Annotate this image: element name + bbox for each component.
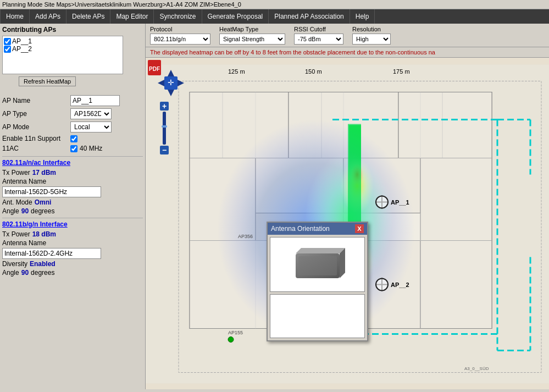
- ap-name-label: AP Name: [2, 97, 68, 104]
- contributing-aps-box: AP__1 AP__2: [2, 36, 123, 74]
- svg-text:PDF: PDF: [149, 66, 160, 72]
- angle1-label: Angle: [2, 207, 19, 215]
- angle2-unit: degrees: [31, 269, 54, 277]
- angle1-unit: degrees: [31, 207, 54, 215]
- tx-power2-label: Tx Power: [2, 230, 30, 238]
- tx-power1-label: Tx Power: [2, 169, 30, 176]
- title-bar: Planning Mode Site Maps>Universitaetskli…: [0, 0, 549, 9]
- zoom-in-button[interactable]: +: [160, 102, 169, 111]
- antenna-orientation-dialog: Antenna Orientation X: [267, 222, 368, 341]
- 11ac-checkbox[interactable]: [70, 145, 77, 152]
- enable-11n-checkbox[interactable]: [70, 135, 77, 142]
- svg-text:AP__1: AP__1: [391, 199, 409, 206]
- antenna-dialog-title-text: Antenna Orientation: [271, 225, 330, 233]
- main-layout: Contributing APs AP__1 AP__2 Refresh Hea…: [0, 24, 549, 389]
- interface1-row: 802.11a/n/ac Interface: [2, 159, 143, 167]
- svg-rect-15: [420, 241, 492, 329]
- svg-rect-65: [298, 256, 337, 275]
- menu-item-add-aps[interactable]: Add APs: [30, 9, 66, 24]
- antenna-name1-row: Antenna Name: [2, 178, 143, 185]
- interface2-label[interactable]: 802.11b/g/n Interface: [2, 220, 68, 228]
- svg-text:AP__2: AP__2: [391, 281, 409, 288]
- tx-power2-value: 18 dBm: [32, 230, 56, 238]
- resolution-select[interactable]: High Medium Low: [352, 34, 391, 45]
- protocol-select[interactable]: 802.11b/g/n 802.11a/n/ac: [150, 34, 210, 45]
- enable-11n-row: Enable 11n Support: [2, 135, 143, 142]
- antenna-name1-label: Antenna Name: [2, 178, 46, 185]
- antenna-dialog-body: [268, 235, 367, 340]
- ap-type-row: AP Type AP1562D: [2, 108, 143, 119]
- angle1-row: Angle 90 degrees: [2, 207, 143, 215]
- ap-type-label: AP Type: [2, 110, 68, 118]
- antenna-direction-area: [270, 294, 365, 338]
- antenna-dialog-close-button[interactable]: X: [355, 224, 364, 233]
- ap-type-select-wrapper: AP1562D: [70, 108, 112, 119]
- menu-item-help[interactable]: Help: [350, 9, 375, 24]
- tx-power1-row: Tx Power 17 dBm: [2, 169, 143, 176]
- heatmap-type-label: HeatMap Type: [219, 26, 285, 32]
- angle1-value: 90: [21, 207, 29, 215]
- map-controls: Protocol 802.11b/g/n 802.11a/n/ac HeatMa…: [146, 24, 549, 47]
- antenna-dialog-title-bar: Antenna Orientation X: [268, 223, 367, 235]
- interface2-row: 802.11b/g/n Interface: [2, 220, 143, 228]
- svg-text:125 m: 125 m: [228, 68, 245, 75]
- zoom-out-button[interactable]: −: [160, 146, 169, 154]
- rssi-cutoff-select[interactable]: -65 dBm -70 dBm -75 dBm -80 dBm: [294, 34, 343, 45]
- svg-point-47: [376, 279, 388, 291]
- ap-mode-label: AP Mode: [2, 123, 68, 131]
- angle2-label: Angle: [2, 269, 19, 277]
- svg-text:AP356: AP356: [238, 234, 253, 239]
- antenna-device-illustration: [285, 242, 351, 286]
- tx-power2-row: Tx Power 18 dBm: [2, 230, 143, 238]
- menu-bar: Home Add APs Delete APs Map Editor Synch…: [0, 9, 549, 24]
- antenna-name1-value-row: [2, 186, 143, 197]
- menu-item-map-editor[interactable]: Map Editor: [110, 9, 154, 24]
- menu-item-delete-aps[interactable]: Delete APs: [66, 9, 110, 24]
- ap-type-select[interactable]: AP1562D: [70, 108, 112, 119]
- ap-mode-row: AP Mode Local: [2, 122, 143, 132]
- ap-name-input[interactable]: [70, 95, 120, 106]
- menu-item-generate-proposal[interactable]: Generate Proposal: [202, 9, 269, 24]
- ap1-checkbox-row: AP__1: [4, 37, 121, 45]
- protocol-label: Protocol: [150, 26, 210, 32]
- resolution-select-wrapper: High Medium Low: [352, 34, 391, 45]
- protocol-select-wrapper: 802.11b/g/n 802.11a/n/ac: [150, 34, 210, 45]
- ant-mode-label: Ant. Mode: [2, 198, 32, 206]
- ap-name-row: AP Name: [2, 95, 143, 106]
- warning-text: The displayed heatmap can be off by 4 to…: [150, 48, 435, 57]
- angle2-value: 90: [21, 269, 29, 277]
- title-text: Planning Mode Site Maps>Universitaetskli…: [2, 1, 241, 8]
- diversity-row: Diversity Enabled: [2, 260, 143, 268]
- rssi-cutoff-group: RSSI Cutoff -65 dBm -70 dBm -75 dBm -80 …: [294, 26, 343, 45]
- interface1-label[interactable]: 802.11a/n/ac Interface: [2, 159, 70, 167]
- heatmap-type-select[interactable]: Signal Strength Data Rate SNR: [219, 34, 285, 45]
- svg-text:175 m: 175 m: [393, 68, 410, 75]
- 11ac-freq: 40 MHz: [80, 145, 102, 152]
- svg-text:150 m: 150 m: [305, 68, 322, 75]
- 11ac-row: 11AC 40 MHz: [2, 145, 143, 152]
- ap-mode-select[interactable]: Local: [70, 122, 112, 132]
- pdf-export-button[interactable]: PDF: [148, 60, 161, 78]
- menu-item-synchronize[interactable]: Synchronize: [154, 9, 202, 24]
- antenna-name2-value-row: [2, 248, 143, 259]
- left-panel: Contributing APs AP__1 AP__2 Refresh Hea…: [0, 24, 146, 389]
- ap1-checkbox[interactable]: [4, 38, 11, 45]
- heatmap-type-group: HeatMap Type Signal Strength Data Rate S…: [219, 26, 285, 45]
- ap2-label: AP__2: [12, 45, 32, 53]
- right-panel: Protocol 802.11b/g/n 802.11a/n/ac HeatMa…: [146, 24, 549, 389]
- ant-mode-value: Omni: [35, 198, 52, 206]
- ant-mode-row: Ant. Mode Omni: [2, 198, 143, 206]
- rssi-cutoff-label: RSSI Cutoff: [294, 26, 343, 32]
- ap2-checkbox[interactable]: [4, 46, 11, 53]
- heatmap-type-select-wrapper: Signal Strength Data Rate SNR: [219, 34, 285, 45]
- antenna-name1-input[interactable]: [2, 186, 101, 197]
- menu-item-planned-ap-association[interactable]: Planned AP Association: [269, 9, 350, 24]
- svg-point-52: [228, 337, 234, 343]
- diversity-label: Diversity: [2, 260, 27, 268]
- svg-point-43: [376, 196, 388, 208]
- antenna-name2-input[interactable]: [2, 248, 101, 259]
- protocol-group: Protocol 802.11b/g/n 802.11a/n/ac: [150, 26, 210, 45]
- menu-item-home[interactable]: Home: [0, 9, 30, 24]
- refresh-heatmap-button[interactable]: Refresh HeatMap: [19, 76, 76, 86]
- svg-text:✛: ✛: [168, 78, 174, 87]
